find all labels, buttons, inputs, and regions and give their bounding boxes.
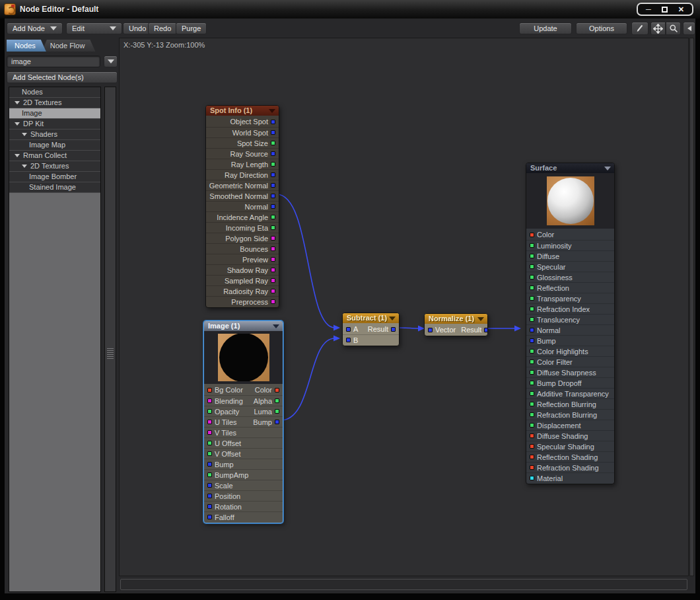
pen-icon[interactable] [631,22,648,35]
input-socket[interactable] [530,391,534,396]
input-socket[interactable] [530,370,534,375]
tab-node-flow[interactable]: Node Flow [42,40,96,52]
input-socket[interactable] [530,412,534,417]
search-dropdown-button[interactable] [104,56,118,67]
node-canvas[interactable]: X:-305 Y:-13 Zoom:100% Spot Info (1)Obje… [119,38,689,576]
input-socket[interactable] [530,328,534,332]
input-socket[interactable] [530,433,534,438]
title-bar[interactable]: Node Editor - Default ─✕ [0,0,700,19]
output-socket[interactable] [271,215,275,219]
input-socket[interactable] [530,349,534,354]
minimize-button[interactable]: ─ [646,4,651,15]
output-socket[interactable] [275,388,279,393]
output-socket[interactable] [271,299,275,304]
add-node-dropdown[interactable]: Add Node [7,22,63,34]
output-socket[interactable] [484,328,488,332]
node-menu-icon[interactable] [273,324,279,328]
node-header[interactable]: Surface [526,163,614,173]
node-subtract[interactable]: Subtract (1)AResultB [342,313,400,346]
node-header[interactable]: Subtract (1) [343,313,399,323]
output-socket[interactable] [271,278,275,283]
triangle-down-icon[interactable] [22,133,27,136]
triangle-down-icon[interactable] [15,122,20,126]
input-socket[interactable] [207,409,212,414]
input-socket[interactable] [207,472,212,477]
canvas-horizontal-scrollbar[interactable] [120,579,687,590]
input-socket[interactable] [530,254,534,258]
output-socket[interactable] [271,194,275,198]
input-socket[interactable] [530,338,534,343]
sidebar-item-stained-image[interactable]: Stained Image [9,182,100,193]
input-socket[interactable] [346,338,351,342]
input-socket[interactable] [207,451,212,456]
triangle-down-icon[interactable] [15,101,20,104]
sidebar-item-rman-collect[interactable]: Rman Collect [9,151,100,161]
maximize-button[interactable] [662,7,668,13]
redo-button[interactable]: Redo [148,22,177,34]
input-socket[interactable] [530,285,534,290]
input-socket[interactable] [530,455,534,459]
node-surface[interactable]: SurfaceColorLuminosityDiffuseSpecularGlo… [526,163,615,484]
input-socket[interactable] [530,296,534,301]
input-socket[interactable] [530,233,534,237]
output-socket[interactable] [271,289,275,293]
input-socket[interactable] [346,327,351,332]
wire-spot-info-1-smoothed-normal-to-subtract-1-a[interactable] [277,194,335,328]
zoom-icon[interactable] [666,22,681,35]
output-socket[interactable] [271,162,275,167]
add-selected-button[interactable]: Add Selected Node(s) [7,71,118,83]
sidebar-item-shaders[interactable]: Shaders [9,130,100,140]
sidebar-scrollbar[interactable] [104,87,116,592]
input-socket[interactable] [207,398,212,403]
sidebar-item-image-bomber[interactable]: Image Bomber [9,172,100,182]
output-socket[interactable] [271,246,275,251]
tab-nodes[interactable]: Nodes [7,40,46,52]
input-socket[interactable] [530,275,534,280]
input-socket[interactable] [530,243,534,248]
wire-image-1-bump-to-subtract-1-b[interactable] [281,338,335,420]
input-socket[interactable] [207,494,212,498]
sidebar-item-image-map[interactable]: Image Map [9,140,100,151]
input-socket[interactable] [207,420,212,424]
output-socket[interactable] [271,141,275,145]
output-socket[interactable] [275,398,279,403]
input-socket[interactable] [207,462,212,467]
input-socket[interactable] [530,317,534,322]
output-socket[interactable] [275,420,279,424]
node-header[interactable]: Image (1) [204,321,283,331]
update-button[interactable]: Update [519,22,572,34]
input-socket[interactable] [207,430,212,435]
input-socket[interactable] [530,444,534,449]
output-socket[interactable] [271,236,275,241]
output-socket[interactable] [271,204,275,209]
output-socket[interactable] [275,409,279,414]
output-socket[interactable] [271,172,275,177]
input-socket[interactable] [207,504,212,509]
purge-button[interactable]: Purge [176,22,207,34]
input-socket[interactable] [530,476,534,480]
sidebar-item-nodes[interactable]: Nodes [9,87,100,98]
output-socket[interactable] [271,130,275,135]
input-socket[interactable] [207,483,212,488]
close-button[interactable]: ✕ [678,4,684,15]
input-socket[interactable] [207,515,212,519]
edit-dropdown[interactable]: Edit [66,22,122,34]
input-socket[interactable] [530,465,534,470]
input-socket[interactable] [530,307,534,311]
search-input[interactable] [7,56,100,67]
sidebar-item-dp-kit[interactable]: DP Kit [9,119,100,130]
sidebar-item-2d-textures[interactable]: 2D Textures [9,161,100,172]
input-socket[interactable] [530,359,534,364]
pan-icon[interactable] [650,22,666,35]
output-socket[interactable] [271,151,275,156]
scrollbar-grip[interactable] [107,348,114,359]
output-socket[interactable] [391,327,396,332]
input-socket[interactable] [207,441,212,445]
triangle-down-icon[interactable] [22,165,27,168]
node-header[interactable]: Normalize (1) [425,314,487,324]
node-menu-icon[interactable] [389,317,396,320]
node-normalize[interactable]: Normalize (1)VectorResult [424,313,488,336]
wire-subtract-1-result-to-normalize-1-vector[interactable] [397,328,419,328]
input-socket[interactable] [530,423,534,428]
input-socket[interactable] [428,328,433,332]
